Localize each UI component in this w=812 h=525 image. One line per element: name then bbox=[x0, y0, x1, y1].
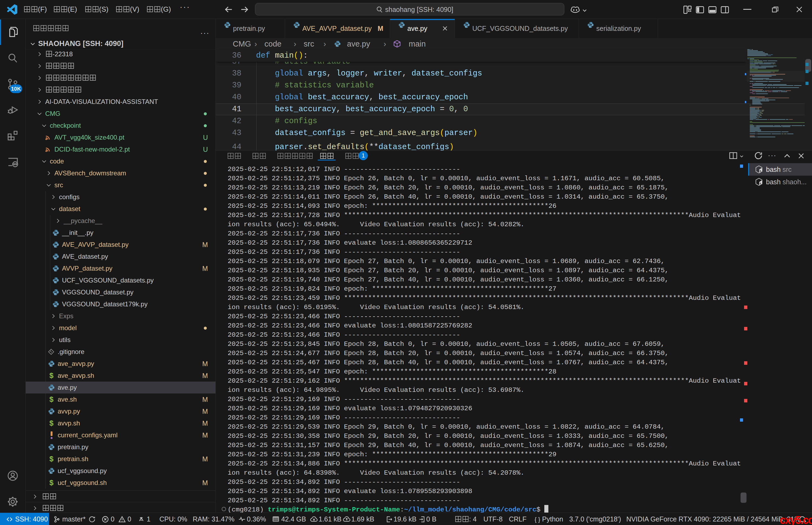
svg-text:$_: $_ bbox=[760, 170, 763, 172]
svg-text:$_: $_ bbox=[760, 182, 763, 185]
